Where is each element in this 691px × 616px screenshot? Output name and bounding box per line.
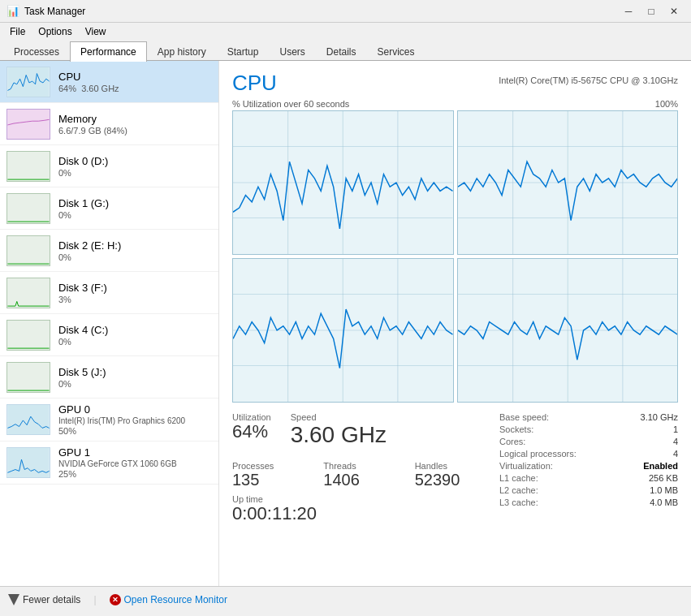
separator: |	[93, 594, 96, 605]
disk5-thumb	[6, 362, 50, 393]
menu-options[interactable]: Options	[32, 24, 78, 39]
disk2-info: Disk 2 (E: H:) 0%	[58, 239, 212, 262]
sidebar-item-cpu[interactable]: CPU 64% 3.60 GHz	[0, 61, 218, 103]
util-label-text: % Utilization over 60 seconds	[232, 99, 349, 109]
gpu0-info: GPU 0 Intel(R) Iris(TM) Pro Graphics 620…	[58, 403, 212, 436]
l3-val: 4.0 MB	[650, 498, 678, 507]
disk1-info: Disk 1 (G:) 0%	[58, 197, 212, 220]
base-speed-val: 3.10 GHz	[641, 412, 678, 422]
logical-key: Logical processors:	[499, 449, 577, 459]
tab-services[interactable]: Services	[367, 41, 425, 62]
stat-inline-grid: Processes 135 Threads 1406 Handles 52390	[232, 461, 499, 489]
tab-startup[interactable]: Startup	[217, 41, 270, 62]
open-resource-monitor-label: Open Resource Monitor	[124, 594, 227, 605]
threads-stat: Threads 1406	[323, 461, 408, 489]
disk3-info: Disk 3 (F:) 3%	[58, 282, 212, 304]
l1-val: 256 KB	[649, 473, 678, 483]
disk4-info: Disk 4 (C:) 0%	[58, 324, 212, 347]
disk0-info: Disk 0 (D:) 0%	[58, 155, 212, 178]
svg-rect-6	[7, 321, 49, 350]
gpu0-thumb	[6, 404, 50, 435]
cpu-info: CPU 64% 3.60 GHz	[58, 71, 212, 93]
virt-key: Virtualization:	[499, 461, 553, 471]
arrow-up-icon	[8, 594, 19, 605]
disk2-thumb	[6, 235, 50, 266]
disk0-detail: 0%	[58, 168, 212, 178]
gpu1-detail: 25%	[58, 469, 212, 479]
sidebar-item-memory[interactable]: Memory 6.6/7.9 GB (84%)	[0, 103, 218, 145]
speed-stat-label: Speed	[291, 412, 387, 422]
l1-row: L1 cache: 256 KB	[499, 473, 678, 483]
app-title: Task Manager	[24, 6, 85, 17]
disk3-thumb	[6, 278, 50, 308]
menu-file[interactable]: File	[3, 24, 32, 39]
sidebar-item-gpu0[interactable]: GPU 0 Intel(R) Iris(TM) Pro Graphics 620…	[0, 398, 218, 442]
speed-stat-value: 3.60 GHz	[291, 422, 387, 448]
svg-rect-3	[7, 194, 49, 223]
graph-cell-2	[232, 258, 454, 403]
cores-row: Cores: 4	[499, 437, 678, 446]
sidebar-item-gpu1[interactable]: GPU 1 NVIDIA GeForce GTX 1060 6GB 25%	[0, 442, 218, 485]
base-speed-row: Base speed: 3.10 GHz	[499, 412, 678, 422]
memory-label: Memory	[58, 113, 212, 125]
graphs-grid	[232, 110, 678, 403]
sidebar-item-disk4[interactable]: Disk 4 (C:) 0%	[0, 314, 218, 356]
svg-rect-0	[7, 67, 49, 97]
util-label: % Utilization over 60 seconds 100%	[232, 99, 678, 109]
svg-rect-2	[7, 152, 49, 181]
title-bar-left: 📊 Task Manager	[6, 5, 85, 17]
sockets-key: Sockets:	[499, 424, 533, 434]
stats-section: Utilization 64% Speed 3.60 GHz Processes…	[232, 412, 678, 523]
detail-table: Base speed: 3.10 GHz Sockets: 1 Cores: 4…	[499, 412, 678, 507]
tab-apphistory[interactable]: App history	[147, 41, 217, 62]
maximize-button[interactable]: □	[641, 3, 662, 19]
cpu-label: CPU	[58, 71, 212, 83]
svg-rect-4	[7, 236, 49, 265]
tab-performance[interactable]: Performance	[70, 41, 147, 62]
fewer-details-button[interactable]: Fewer details	[8, 594, 80, 605]
svg-rect-7	[7, 363, 49, 392]
resource-monitor-icon: ✕	[110, 594, 121, 605]
sidebar-item-disk3[interactable]: Disk 3 (F:) 3%	[0, 272, 218, 314]
sidebar-item-disk1[interactable]: Disk 1 (G:) 0%	[0, 187, 218, 230]
fewer-details-label: Fewer details	[23, 594, 80, 605]
graph-cell-1	[457, 110, 679, 255]
perf-header: CPU Intel(R) Core(TM) i5-5675C CPU @ 3.1…	[232, 71, 678, 96]
open-resource-monitor-button[interactable]: ✕ Open Resource Monitor	[110, 594, 227, 605]
graph-cell-0	[232, 110, 454, 255]
gpu0-detail2: Intel(R) Iris(TM) Pro Graphics 6200	[58, 416, 212, 425]
close-button[interactable]: ✕	[663, 3, 685, 19]
gpu1-info: GPU 1 NVIDIA GeForce GTX 1060 6GB 25%	[58, 446, 212, 479]
disk3-label: Disk 3 (F:)	[58, 282, 212, 294]
tab-processes[interactable]: Processes	[3, 41, 70, 62]
disk4-detail: 0%	[58, 337, 212, 347]
threads-value: 1406	[323, 471, 408, 489]
virt-row: Virtualization: Enabled	[499, 461, 678, 471]
svg-rect-8	[7, 405, 49, 434]
tab-users[interactable]: Users	[269, 41, 315, 62]
uptime-value: 0:00:11:20	[232, 504, 499, 523]
disk5-info: Disk 5 (J:) 0%	[58, 366, 212, 389]
logical-val: 4	[673, 449, 678, 459]
main-content: CPU 64% 3.60 GHz Memory 6.6/7.9 GB (84%)	[0, 61, 691, 586]
disk4-label: Disk 4 (C:)	[58, 324, 212, 336]
utilization-stat: Utilization 64%	[232, 412, 271, 448]
speed-stat: Speed 3.60 GHz	[291, 412, 387, 448]
disk3-detail: 3%	[58, 295, 212, 304]
l1-key: L1 cache:	[499, 473, 538, 483]
l3-key: L3 cache:	[499, 498, 538, 507]
sidebar-item-disk2[interactable]: Disk 2 (E: H:) 0%	[0, 230, 218, 272]
svg-rect-1	[7, 110, 49, 139]
handles-label: Handles	[415, 461, 499, 471]
gpu1-label: GPU 1	[58, 446, 212, 459]
minimize-button[interactable]: ─	[618, 3, 639, 19]
sidebar-item-disk0[interactable]: Disk 0 (D:) 0%	[0, 145, 218, 187]
sidebar-item-disk5[interactable]: Disk 5 (J:) 0%	[0, 356, 218, 398]
menu-view[interactable]: View	[79, 24, 113, 39]
memory-info: Memory 6.6/7.9 GB (84%)	[58, 113, 212, 136]
sockets-val: 1	[673, 424, 678, 434]
tab-details[interactable]: Details	[316, 41, 367, 62]
processes-label: Processes	[232, 461, 317, 471]
title-bar: 📊 Task Manager ─ □ ✕	[0, 0, 691, 23]
disk0-thumb	[6, 151, 50, 182]
